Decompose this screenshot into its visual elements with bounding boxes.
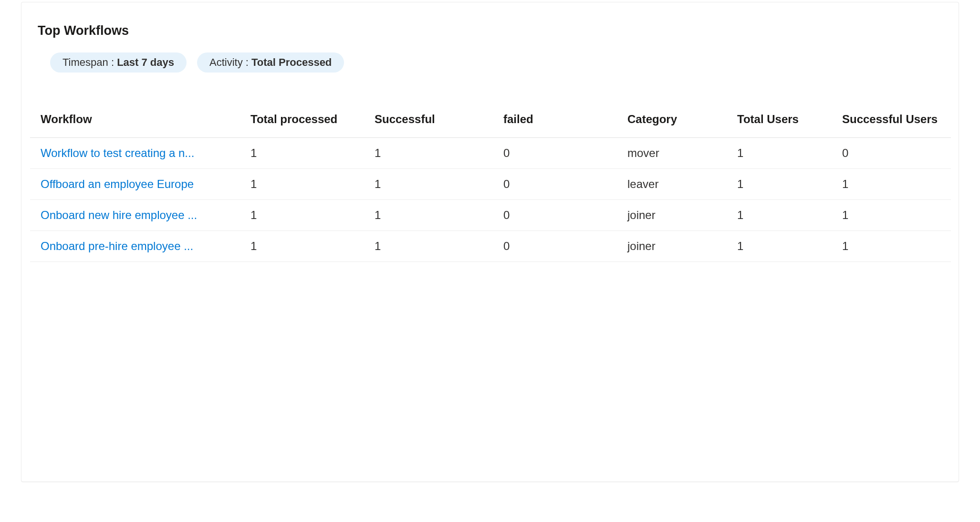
col-workflow[interactable]: Workflow [30, 101, 245, 138]
table-row: Onboard new hire employee ... 1 1 0 join… [30, 200, 951, 231]
cell-failed: 0 [498, 138, 622, 169]
cell-successful: 1 [369, 231, 498, 262]
top-workflows-card: Top Workflows Timespan : Last 7 days Act… [21, 2, 959, 482]
cell-category: joiner [622, 231, 731, 262]
filter-chips: Timespan : Last 7 days Activity : Total … [21, 52, 959, 101]
cell-total-processed: 1 [245, 231, 369, 262]
cell-total-processed: 1 [245, 200, 369, 231]
timespan-chip[interactable]: Timespan : Last 7 days [50, 52, 187, 73]
cell-successful: 1 [369, 169, 498, 200]
cell-category: joiner [622, 200, 731, 231]
activity-chip-label: Activity : [209, 56, 251, 68]
col-successful[interactable]: Successful [369, 101, 498, 138]
cell-failed: 0 [498, 200, 622, 231]
col-successful-users[interactable]: Successful Users [836, 101, 951, 138]
cell-total-processed: 1 [245, 169, 369, 200]
workflow-link[interactable]: Workflow to test creating a n... [41, 146, 194, 159]
col-total-users[interactable]: Total Users [731, 101, 836, 138]
table-row: Workflow to test creating a n... 1 1 0 m… [30, 138, 951, 169]
workflows-table: Workflow Total processed Successful fail… [30, 101, 951, 262]
cell-total-users: 1 [731, 231, 836, 262]
cell-total-users: 1 [731, 200, 836, 231]
cell-failed: 0 [498, 231, 622, 262]
cell-successful: 1 [369, 138, 498, 169]
cell-successful-users: 1 [836, 169, 951, 200]
cell-total-users: 1 [731, 169, 836, 200]
table-row: Offboard an employee Europe 1 1 0 leaver… [30, 169, 951, 200]
timespan-chip-label: Timespan : [63, 56, 117, 68]
cell-successful-users: 1 [836, 231, 951, 262]
cell-total-processed: 1 [245, 138, 369, 169]
cell-category: mover [622, 138, 731, 169]
workflow-link[interactable]: Onboard pre-hire employee ... [41, 240, 193, 252]
activity-chip-value: Total Processed [251, 56, 332, 68]
cell-successful-users: 0 [836, 138, 951, 169]
timespan-chip-value: Last 7 days [117, 56, 174, 68]
workflow-link[interactable]: Onboard new hire employee ... [41, 209, 197, 221]
table-header-row: Workflow Total processed Successful fail… [30, 101, 951, 138]
card-title: Top Workflows [21, 2, 959, 52]
cell-failed: 0 [498, 169, 622, 200]
cell-successful-users: 1 [836, 200, 951, 231]
col-category[interactable]: Category [622, 101, 731, 138]
col-total-processed[interactable]: Total processed [245, 101, 369, 138]
cell-category: leaver [622, 169, 731, 200]
workflow-link[interactable]: Offboard an employee Europe [41, 177, 194, 190]
cell-total-users: 1 [731, 138, 836, 169]
table-row: Onboard pre-hire employee ... 1 1 0 join… [30, 231, 951, 262]
cell-successful: 1 [369, 200, 498, 231]
activity-chip[interactable]: Activity : Total Processed [197, 52, 344, 73]
col-failed[interactable]: failed [498, 101, 622, 138]
